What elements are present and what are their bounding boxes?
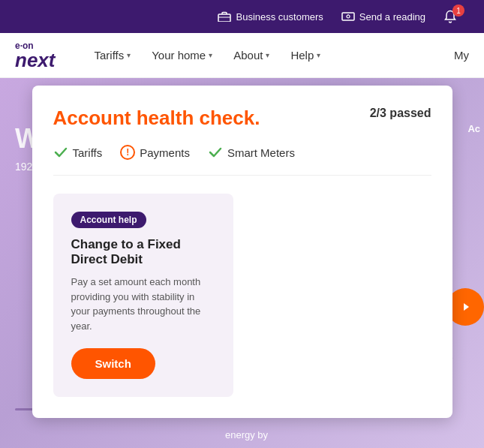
main-content: Wo 192 G Ac t paym payme ment is s after… — [0, 78, 484, 448]
modal-overlay: Account health check. 2/3 passed Tariffs… — [0, 78, 484, 448]
logo-next-text: next — [15, 50, 55, 70]
notifications-link[interactable]: 1 — [443, 10, 469, 23]
card-title: Change to a Fixed Direct Debit — [71, 237, 215, 267]
check-tariffs-label: Tariffs — [73, 146, 103, 159]
business-customers-label: Business customers — [236, 11, 323, 23]
modal-header: Account health check. 2/3 passed — [53, 107, 431, 130]
briefcase-icon — [218, 10, 231, 23]
nav-my[interactable]: My — [454, 49, 469, 62]
nav-your-home[interactable]: Your home ▾ — [143, 43, 221, 68]
business-customers-link[interactable]: Business customers — [218, 10, 323, 23]
notification-badge: 1 — [452, 5, 464, 17]
checks-row: Tariffs ! Payments Smart Meters — [53, 145, 431, 176]
check-payments: ! Payments — [120, 145, 190, 160]
nav-help[interactable]: Help ▾ — [281, 43, 329, 68]
card-description: Pay a set amount each month providing yo… — [71, 275, 215, 333]
nav-items: Tariffs ▾ Your home ▾ About ▾ Help ▾ My — [85, 43, 469, 68]
your-home-chevron-icon: ▾ — [209, 51, 212, 59]
nav-tariffs[interactable]: Tariffs ▾ — [85, 43, 140, 68]
logo[interactable]: e·on next — [15, 41, 55, 70]
top-bar: Business customers Send a reading 1 — [0, 0, 484, 33]
check-tariffs: Tariffs — [53, 145, 103, 160]
smart-meters-check-icon — [208, 145, 223, 160]
nav-your-home-label: Your home — [152, 49, 206, 62]
modal-title: Account health check. — [53, 107, 260, 130]
nav-about-label: About — [233, 49, 263, 62]
check-smart-meters: Smart Meters — [208, 145, 295, 160]
nav-about[interactable]: About ▾ — [224, 43, 278, 68]
switch-button[interactable]: Switch — [71, 348, 155, 379]
send-reading-label: Send a reading — [359, 11, 425, 23]
nav-help-label: Help — [290, 49, 314, 62]
check-smart-meters-label: Smart Meters — [227, 146, 295, 159]
meter-icon — [341, 10, 355, 23]
send-reading-link[interactable]: Send a reading — [341, 10, 425, 23]
nav-my-label: My — [454, 49, 469, 62]
help-chevron-icon: ▾ — [317, 51, 320, 59]
svg-point-3 — [347, 15, 350, 18]
tariffs-check-icon — [53, 145, 68, 160]
svg-rect-0 — [218, 14, 230, 22]
svg-rect-2 — [342, 13, 354, 20]
account-help-card: Account help Change to a Fixed Direct De… — [53, 194, 233, 397]
nav-bar: e·on next Tariffs ▾ Your home ▾ About ▾ … — [0, 33, 484, 78]
payments-warn-icon: ! — [120, 145, 135, 160]
health-check-modal: Account health check. 2/3 passed Tariffs… — [32, 86, 452, 418]
nav-tariffs-label: Tariffs — [94, 49, 124, 62]
tariffs-chevron-icon: ▾ — [127, 51, 131, 59]
about-chevron-icon: ▾ — [266, 51, 269, 59]
passed-badge: 2/3 passed — [370, 107, 431, 120]
card-tag: Account help — [71, 212, 146, 228]
check-payments-label: Payments — [140, 146, 190, 159]
